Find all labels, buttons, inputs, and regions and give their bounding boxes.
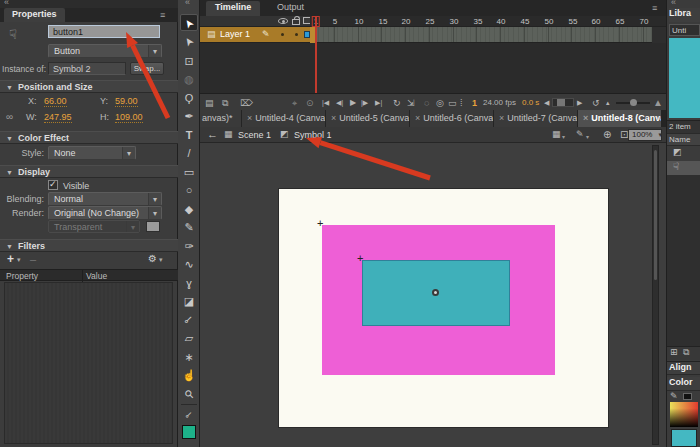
stage-vertical-scrollbar[interactable] bbox=[652, 145, 659, 445]
step-back-button[interactable]: ◀| bbox=[336, 97, 343, 109]
ruler-frame-number[interactable]: 5 bbox=[333, 17, 337, 26]
ruler-frame-number[interactable]: 65 bbox=[616, 17, 625, 26]
oval-tool[interactable]: ○ bbox=[178, 182, 200, 198]
center-playhead-icon[interactable]: ⊙ bbox=[306, 97, 314, 109]
subselection-tool[interactable]: ➤ bbox=[178, 34, 200, 50]
timeline-zoom-slider-thumb[interactable] bbox=[630, 99, 637, 106]
x-value[interactable]: 66.00 bbox=[44, 96, 67, 107]
library-name-column-header[interactable]: Name bbox=[667, 133, 700, 146]
library-item-row[interactable]: ◩ bbox=[667, 147, 700, 161]
document-tab-partial[interactable]: anvas)* bbox=[200, 110, 242, 127]
close-tab-icon[interactable]: × bbox=[247, 113, 252, 123]
stroke-color-chip[interactable] bbox=[683, 393, 692, 400]
hand-tool[interactable]: ☝ bbox=[178, 367, 200, 383]
document-tab-untitled-4[interactable]: ×Untitled-4 (Canvas)* bbox=[242, 110, 326, 127]
ruler-frame-number[interactable]: 70 bbox=[640, 17, 649, 26]
fill-eyedropper-icon[interactable]: ⊸ bbox=[178, 407, 200, 423]
selection-tool[interactable]: ➤ bbox=[178, 16, 200, 32]
edit-symbol-chevron-icon[interactable]: ▾ bbox=[586, 133, 589, 140]
pencil-tool[interactable]: ✎ bbox=[178, 219, 200, 235]
current-color-swatch[interactable] bbox=[671, 429, 697, 447]
instance-name-input[interactable]: button1 bbox=[48, 25, 160, 38]
rectangle-tool[interactable]: ▭ bbox=[178, 164, 200, 180]
lasso-tool[interactable]: Ϙ bbox=[178, 90, 200, 106]
scene-breadcrumb[interactable]: Scene 1 bbox=[238, 130, 271, 140]
paint-bucket-tool[interactable]: ◪ bbox=[178, 293, 200, 309]
show-hide-layers-icon[interactable] bbox=[278, 18, 288, 24]
timeline-zoom-slider[interactable] bbox=[616, 102, 650, 104]
add-filter-button[interactable]: + bbox=[7, 252, 14, 266]
spray-brush-tool[interactable]: ∗ bbox=[178, 349, 200, 365]
elapsed-time-value[interactable]: 0.0 s bbox=[522, 97, 539, 109]
frame-rate-value[interactable]: 24.00 fps bbox=[483, 97, 516, 109]
play-button[interactable]: ▶ bbox=[350, 97, 356, 109]
layer-row-layer1[interactable]: ▤ Layer 1 ✎ bbox=[200, 27, 310, 43]
remove-filter-button[interactable]: – bbox=[30, 253, 36, 265]
symbol-breadcrumb[interactable]: Symbol 1 bbox=[294, 130, 332, 140]
new-layer-icon[interactable]: ▤ bbox=[205, 97, 214, 109]
align-panel-header[interactable]: Align bbox=[667, 361, 700, 375]
tab-overflow-icon[interactable]: » bbox=[656, 113, 661, 123]
layer-visibility-dot[interactable] bbox=[281, 33, 284, 36]
modify-markers-icon[interactable]: ⁞ bbox=[460, 97, 463, 109]
ruler-frame-number[interactable]: 45 bbox=[521, 17, 530, 26]
new-folder-icon[interactable]: ⧉ bbox=[680, 347, 689, 357]
color-panel-header[interactable]: Color bbox=[667, 377, 700, 391]
step-forward-button[interactable]: |▶ bbox=[361, 97, 368, 109]
ruler-frame-number[interactable]: 40 bbox=[497, 17, 506, 26]
scrub-left-icon[interactable]: ◀ bbox=[544, 97, 549, 109]
back-arrow-icon[interactable]: ← bbox=[207, 128, 218, 140]
document-tab-untitled-5[interactable]: ×Untitled-5 (Canvas)* bbox=[326, 110, 410, 127]
onion-skin-outlines-icon[interactable]: ◎ bbox=[436, 97, 444, 109]
reset-zoom-icon[interactable]: ↺ bbox=[592, 97, 600, 109]
section-color-effect[interactable]: ▼ Color Effect bbox=[0, 131, 178, 144]
document-tab-untitled-6[interactable]: ×Untitled-6 (Canvas)* bbox=[410, 110, 494, 127]
ruler-frame-number[interactable]: 60 bbox=[592, 17, 601, 26]
collapse-library-icon[interactable]: « bbox=[671, 0, 676, 7]
current-frame-value[interactable]: 1 bbox=[472, 97, 477, 109]
frames-strip[interactable] bbox=[310, 27, 652, 43]
eyedropper-tool[interactable]: ⊸ bbox=[178, 312, 200, 328]
library-document-dropdown[interactable]: Unti bbox=[669, 24, 700, 36]
h-value[interactable]: 109.00 bbox=[115, 112, 143, 123]
ruler-frame-number[interactable]: 30 bbox=[450, 17, 459, 26]
instance-type-dropdown[interactable]: Button ▾ bbox=[48, 44, 162, 58]
eraser-tool[interactable]: ▱ bbox=[178, 330, 200, 346]
collapse-properties-icon[interactable]: « bbox=[4, 0, 9, 7]
export-icon[interactable]: ⇲ bbox=[407, 97, 415, 109]
ruler-frame-number[interactable]: 15 bbox=[379, 17, 388, 26]
library-item-row-selected[interactable]: ☟ bbox=[667, 161, 700, 175]
collapse-tools-icon[interactable]: « bbox=[185, 0, 190, 7]
instance-of-field[interactable]: Symbol 2 bbox=[48, 62, 126, 75]
pen-tool[interactable]: ✒ bbox=[178, 108, 200, 124]
polystar-tool[interactable]: ◆ bbox=[178, 201, 200, 217]
tab-properties[interactable]: Properties bbox=[4, 8, 65, 22]
go-to-first-frame-button[interactable]: |◀ bbox=[322, 97, 329, 109]
add-filter-chevron-icon[interactable]: ▾ bbox=[17, 256, 21, 264]
style-dropdown[interactable]: None ▾ bbox=[48, 146, 136, 160]
edit-multiple-frames-icon[interactable]: ▭ bbox=[448, 97, 457, 109]
section-position-and-size[interactable]: ▼ Position and Size bbox=[0, 80, 178, 93]
tab-output[interactable]: Output bbox=[268, 1, 313, 16]
layer-lock-dot[interactable] bbox=[295, 33, 298, 36]
delete-layer-icon[interactable]: ⌦ bbox=[240, 97, 253, 109]
close-tab-icon[interactable]: × bbox=[331, 113, 336, 123]
link-width-height-icon[interactable]: ∞ bbox=[6, 111, 13, 122]
edit-scene-chevron-icon[interactable]: ▾ bbox=[562, 133, 565, 140]
free-transform-tool[interactable]: ⊡ bbox=[178, 53, 200, 69]
zoom-tool[interactable]: ⚲ bbox=[178, 386, 200, 402]
loop-icon[interactable]: ↻ bbox=[393, 97, 401, 109]
edit-symbol-icon[interactable]: ✎ bbox=[576, 129, 584, 139]
line-tool[interactable]: / bbox=[178, 145, 200, 161]
zoom-out-timeline-icon[interactable]: ▴ bbox=[606, 97, 610, 109]
bone-tool[interactable]: ɣ bbox=[178, 275, 200, 291]
stage-zoom-dropdown[interactable]: 100% ▾ bbox=[628, 129, 662, 141]
section-display[interactable]: ▼ Display bbox=[0, 165, 178, 178]
properties-panel-menu-icon[interactable]: ≡ bbox=[160, 10, 165, 20]
tab-timeline[interactable]: Timeline bbox=[206, 1, 260, 16]
playhead[interactable] bbox=[315, 16, 317, 93]
lock-layers-icon[interactable] bbox=[292, 19, 300, 25]
frame-scrubber[interactable] bbox=[552, 98, 574, 107]
swap-button[interactable]: Swap... bbox=[130, 62, 164, 75]
document-tab-untitled-8[interactable]: ×Untitled-8 (Canvas)* bbox=[578, 110, 662, 127]
